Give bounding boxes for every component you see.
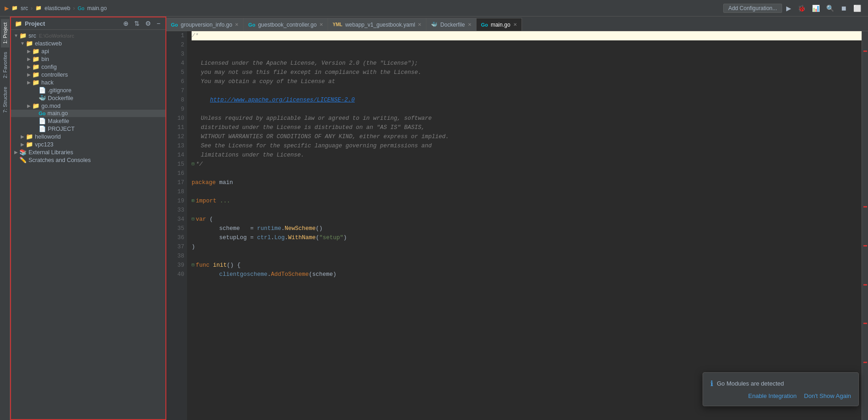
fold-marker-15[interactable]: ⊟ <box>192 160 194 169</box>
debug-button[interactable]: 🐞 <box>795 4 808 13</box>
tab-groupversion[interactable]: Go groupversion_info.go ✕ <box>166 18 244 31</box>
code-line-15: ⊟ */ <box>192 160 862 169</box>
scroll-marker-1 <box>863 50 867 52</box>
code-line-1: /* <box>192 31 862 40</box>
tab-go-icon: Go <box>248 22 255 28</box>
profile-button[interactable]: 🔍 <box>824 4 836 13</box>
code-clientgoscheme: clientgoscheme <box>219 270 267 279</box>
tree-item-makefile[interactable]: 📄 Makefile <box>11 117 165 125</box>
breadcrumb-src-label: src <box>21 5 28 11</box>
file-icon-maingo: Go <box>39 111 45 116</box>
settings-button[interactable]: ⚙ <box>144 19 153 28</box>
gomod-label: go.mod <box>41 103 61 109</box>
ln-1: 1 <box>166 31 184 40</box>
dont-show-link[interactable]: Don't Show Again <box>804 392 851 399</box>
tab-maingo[interactable]: Go main.go ✕ <box>477 18 522 31</box>
tab-dockerfile[interactable]: 🐳 Dockerfile ✕ <box>426 18 476 31</box>
right-scrollbar[interactable] <box>862 31 868 420</box>
ln-7: 7 <box>166 86 184 95</box>
code-line-37: ) <box>192 242 862 252</box>
code-content[interactable]: /* Licensed under the Apache License, Ve… <box>187 31 862 420</box>
stop-button[interactable]: ⏹ <box>838 4 849 13</box>
tree-item-src[interactable]: ▼ 📁 src E:\GoWorks\src <box>11 32 165 39</box>
collapse-all-button[interactable]: ⇅ <box>133 19 141 28</box>
title-bar: ▶ 📁 src › 📁 elasticweb › Go main.go Add … <box>0 0 868 17</box>
folder-icon-vpc123: 📁 <box>26 141 33 148</box>
tree-item-extlibs[interactable]: ▶ 📚 External Libraries <box>11 148 165 156</box>
coverage-button[interactable]: 📊 <box>810 4 822 13</box>
tree-item-elasticweb[interactable]: ▼ 📁 elasticweb <box>11 39 165 47</box>
tree-item-scratches[interactable]: ✏️ Scratches and Consoles <box>11 156 165 164</box>
tree-item-gitignore[interactable]: 📄 .gitignore <box>11 86 165 94</box>
code-text: (scheme) <box>309 270 336 279</box>
code-text <box>192 206 195 215</box>
tree-item-hack[interactable]: ▶ 📁 hack <box>11 78 165 86</box>
tab-close-dockerfile[interactable]: ✕ <box>468 22 471 27</box>
run-button[interactable]: ▶ <box>784 4 794 13</box>
tree-item-bin[interactable]: ▶ 📁 bin <box>11 55 165 63</box>
tree-item-dockerfile[interactable]: 🐳 Dockerfile <box>11 94 165 102</box>
folder-icon-elasticweb: 📁 <box>26 40 33 47</box>
minimize-button[interactable]: − <box>155 19 162 28</box>
tree-item-controllers[interactable]: ▶ 📁 controllers <box>11 71 165 78</box>
folder-icon-controllers: 📁 <box>32 71 40 78</box>
ln-38: 38 <box>166 252 184 261</box>
hack-label: hack <box>41 79 53 86</box>
fold-marker-19[interactable]: ⊞ <box>192 196 194 206</box>
code-text: package <box>192 178 219 187</box>
breadcrumb: ▶ 📁 src › 📁 elasticweb › Go main.go <box>5 5 723 11</box>
enable-integration-link[interactable]: Enable Integration <box>748 392 797 399</box>
add-configuration-button[interactable]: Add Configuration... <box>723 4 782 13</box>
tab-docker-icon: 🐳 <box>431 22 437 28</box>
tab-guestbook[interactable]: Go guestbook_controller.go ✕ <box>244 18 328 31</box>
tab-close-webapp[interactable]: ✕ <box>418 22 421 27</box>
new-file-button[interactable]: ⊕ <box>122 19 130 28</box>
ln-36: 36 <box>166 233 184 242</box>
code-text: () <box>316 224 323 233</box>
code-text: Licensed under the Apache License, Versi… <box>201 59 418 68</box>
ln-14: 14 <box>166 151 184 160</box>
code-line-6: You may obtain a copy of the License at <box>192 77 862 86</box>
sidebar-tab-favorites[interactable]: 2: Favorites <box>1 48 9 82</box>
tab-webapp[interactable]: YML webapp_v1_guestbook.yaml ✕ <box>328 18 426 31</box>
tab-close-guestbook[interactable]: ✕ <box>319 22 323 27</box>
code-addtoscheme: AddToScheme <box>271 270 309 279</box>
fold-marker-39[interactable]: ⊟ <box>192 261 194 270</box>
ln-19: 19 <box>166 196 184 206</box>
tree-item-api[interactable]: ▶ 📁 api <box>11 47 165 55</box>
window-button[interactable]: ⬜ <box>851 4 863 13</box>
arrow-icon: ▶ <box>13 150 19 155</box>
ln-17: 17 <box>166 178 184 187</box>
tree-item-project[interactable]: 📄 PROJECT <box>11 125 165 133</box>
code-text: ) <box>343 233 347 242</box>
sidebar-tab-structure[interactable]: 7: Structure <box>1 83 9 117</box>
scroll-marker-6 <box>863 362 867 363</box>
code-ctrl: ctrl <box>257 233 271 242</box>
code-line-18 <box>192 187 862 196</box>
ln-15: 15 <box>166 160 184 169</box>
folder-icon-api: 📁 <box>32 48 40 55</box>
tree-item-vpc123[interactable]: ▶ 📁 vpc123 <box>11 140 165 148</box>
tab-close-groupversion[interactable]: ✕ <box>235 22 238 27</box>
notification-text: Go Modules are detected <box>717 380 784 387</box>
code-text: */ <box>196 160 203 169</box>
extlibs-label: External Libraries <box>28 149 73 156</box>
file-icon-dockerfile: 🐳 <box>39 95 46 101</box>
code-line-14: limitations under the License. <box>192 151 862 160</box>
project-folder-icon: 📁 <box>15 20 22 27</box>
fold-marker-34[interactable]: ⊟ <box>192 215 194 224</box>
tree-item-gomod[interactable]: ▶ 📁 go.mod <box>11 102 165 110</box>
breadcrumb-src: ▶ <box>5 5 9 11</box>
tab-close-maingo[interactable]: ✕ <box>513 22 517 27</box>
tab-groupversion-label: groupversion_info.go <box>181 22 232 28</box>
folder-icon-config: 📁 <box>32 63 40 70</box>
tree-item-maingo[interactable]: Go main.go <box>11 110 165 117</box>
helloworld-label: helloworld <box>35 134 61 140</box>
tree-item-helloworld[interactable]: ▶ 📁 helloworld <box>11 133 165 140</box>
code-text: you may not use this file except in comp… <box>201 68 421 77</box>
tree-item-config[interactable]: ▶ 📁 config <box>11 63 165 71</box>
code-var-scheme: scheme <box>219 224 240 233</box>
code-setuplog: setupLog <box>219 233 247 242</box>
editor-tabs: Go groupversion_info.go ✕ Go guestbook_c… <box>166 17 868 31</box>
sidebar-tab-project[interactable]: 1: Project <box>1 19 9 47</box>
